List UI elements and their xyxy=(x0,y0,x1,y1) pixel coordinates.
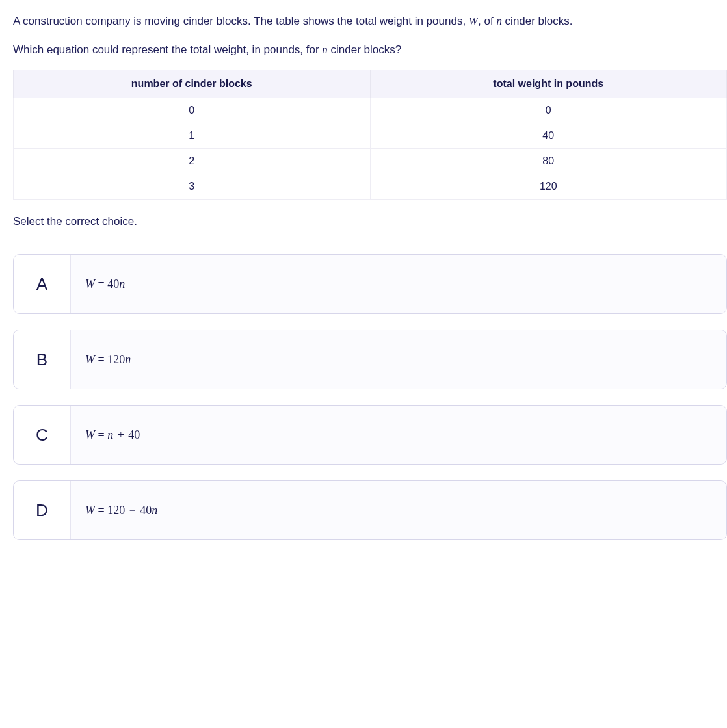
equation-coef: 40 xyxy=(140,504,152,517)
text-segment: cinder blocks? xyxy=(328,44,401,56)
cell-n: 0 xyxy=(14,98,371,124)
cell-n: 3 xyxy=(14,174,371,200)
cell-weight: 40 xyxy=(370,124,727,149)
equation-const: 40 xyxy=(128,428,140,441)
equation-lhs: W xyxy=(85,428,95,441)
cell-weight: 0 xyxy=(370,98,727,124)
choice-body: W = 120 − 40n xyxy=(71,481,726,540)
text-segment: A construction company is moving cinder … xyxy=(13,15,469,27)
table-row: 2 80 xyxy=(14,149,727,174)
variable-n: n xyxy=(496,15,502,27)
table-header-weight: total weight in pounds xyxy=(370,70,727,98)
equation-coef: 120 xyxy=(107,353,125,366)
question-line-1: A construction company is moving cinder … xyxy=(13,13,727,30)
equation-const: 120 xyxy=(107,504,125,517)
choice-body: W = n + 40 xyxy=(71,406,726,464)
equation-var: n xyxy=(125,353,131,366)
text-segment: , of xyxy=(478,15,496,27)
equation-var: n xyxy=(107,428,113,441)
answer-choices: A W = 40n B W = 120n C W = n + xyxy=(13,254,727,540)
cell-n: 1 xyxy=(14,124,371,149)
equation-coef: 40 xyxy=(107,278,119,291)
cell-weight: 80 xyxy=(370,149,727,174)
choice-body: W = 40n xyxy=(71,255,726,313)
cell-n: 2 xyxy=(14,149,371,174)
equation-lhs: W xyxy=(85,353,95,366)
choice-body: W = 120n xyxy=(71,330,726,389)
equation-lhs: W xyxy=(85,278,95,291)
choice-B[interactable]: B W = 120n xyxy=(13,330,727,389)
question-line-2: Which equation could represent the total… xyxy=(13,42,727,58)
choice-letter: C xyxy=(14,406,71,464)
equation-lhs: W xyxy=(85,504,95,517)
choice-C[interactable]: C W = n + 40 xyxy=(13,405,727,465)
text-segment: cinder blocks. xyxy=(502,15,573,27)
data-table: number of cinder blocks total weight in … xyxy=(13,70,727,200)
table-row: 0 0 xyxy=(14,98,727,124)
choice-D[interactable]: D W = 120 − 40n xyxy=(13,480,727,540)
instruction: Select the correct choice. xyxy=(13,215,727,228)
equation-var: n xyxy=(152,504,157,517)
choice-A[interactable]: A W = 40n xyxy=(13,254,727,314)
table-row: 1 40 xyxy=(14,124,727,149)
table-row: 3 120 xyxy=(14,174,727,200)
operator-plus: + xyxy=(116,428,126,441)
cell-weight: 120 xyxy=(370,174,727,200)
operator-minus: − xyxy=(129,504,136,517)
variable-W: W xyxy=(469,15,478,27)
choice-letter: B xyxy=(14,330,71,389)
equation-var: n xyxy=(119,278,125,291)
choice-letter: D xyxy=(14,481,71,540)
table-header-n: number of cinder blocks xyxy=(14,70,371,98)
choice-letter: A xyxy=(14,255,71,313)
variable-n: n xyxy=(322,44,328,56)
text-segment: Which equation could represent the total… xyxy=(13,44,322,56)
